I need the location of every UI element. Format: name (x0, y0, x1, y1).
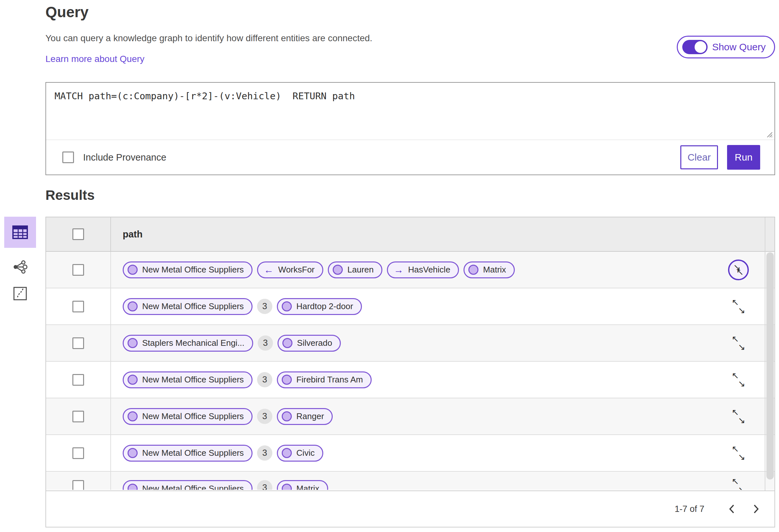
vertical-scrollbar (765, 217, 774, 490)
row-select-checkbox[interactable] (72, 264, 84, 276)
node-chip[interactable]: New Metal Office Suppliers (123, 408, 252, 425)
node-circle-icon (128, 411, 138, 421)
edge-label: HasVehicle (408, 265, 450, 275)
scrollbar-thumb[interactable] (766, 252, 774, 479)
expand-row-icon[interactable]: ↖↘ (731, 299, 746, 314)
node-label: New Metal Office Suppliers (142, 411, 244, 421)
row-select-checkbox[interactable] (72, 447, 84, 459)
row-checkbox-cell (46, 472, 111, 490)
row-checkbox-cell (46, 435, 111, 471)
node-circle-icon (282, 484, 292, 490)
node-chip[interactable]: Lauren (328, 261, 382, 278)
node-label: Firebird Trans Am (296, 375, 363, 385)
path-cell: New Metal Office Suppliers←WorksForLaure… (111, 252, 717, 288)
node-label: Staplers Mechanical Engi... (142, 338, 244, 348)
expand-row-icon[interactable]: ↖↘ (731, 409, 746, 424)
expand-cell: ↖↘ (717, 435, 760, 471)
node-chip[interactable]: Hardtop 2-door (277, 298, 362, 315)
row-select-checkbox[interactable] (72, 337, 84, 349)
table-view-button[interactable] (4, 217, 36, 248)
node-chip[interactable]: Staplers Mechanical Engi... (123, 335, 253, 352)
toggle-knob (695, 41, 706, 53)
node-label: Hardtop 2-door (296, 302, 353, 312)
table-row: New Metal Office Suppliers3Civic ↖↘ (46, 435, 774, 472)
query-page: Query You can query a knowledge graph to… (0, 0, 779, 532)
edge-label: WorksFor (278, 265, 314, 275)
table-row: New Metal Office Suppliers3Firebird Tran… (46, 362, 774, 398)
node-chip[interactable]: New Metal Office Suppliers (123, 372, 252, 388)
select-all-checkbox[interactable] (72, 228, 84, 240)
node-circle-icon (128, 265, 138, 275)
node-chip[interactable]: Silverado (278, 335, 341, 352)
query-panel: MATCH path=(c:Company)-[r*2]-(v:Vehicle)… (46, 82, 775, 175)
node-chip[interactable]: Civic (277, 445, 323, 462)
expand-row-icon[interactable]: ↖↘ (731, 478, 746, 490)
node-circle-icon (282, 448, 292, 458)
graph-view-icon (13, 260, 27, 274)
path-cell: New Metal Office Suppliers3Ranger (111, 398, 717, 435)
node-label: New Metal Office Suppliers (142, 302, 244, 312)
node-chip[interactable]: New Metal Office Suppliers (123, 480, 252, 490)
hop-count-badge: 3 (257, 480, 272, 490)
learn-more-link[interactable]: Learn more about Query (46, 54, 144, 64)
node-circle-icon (333, 265, 343, 275)
include-provenance-checkbox[interactable] (62, 151, 74, 163)
expand-cell: ↖↘ (717, 472, 760, 490)
expand-cell: ↘↖ (717, 252, 760, 288)
node-label: New Metal Office Suppliers (142, 375, 244, 385)
query-editor-wrap: MATCH path=(c:Company)-[r*2]-(v:Vehicle)… (46, 83, 774, 140)
node-chip[interactable]: Firebird Trans Am (277, 372, 372, 388)
hop-count-badge: 3 (257, 299, 272, 314)
node-chip[interactable]: New Metal Office Suppliers (123, 445, 252, 462)
row-select-checkbox[interactable] (72, 480, 84, 490)
node-chip[interactable]: Ranger (277, 408, 333, 425)
map-view-button[interactable] (4, 286, 36, 301)
toggle-switch-icon[interactable] (682, 40, 708, 54)
path-cell: New Metal Office Suppliers3Firebird Tran… (111, 362, 717, 398)
node-circle-icon (128, 302, 138, 312)
table-footer: 1-7 of 7 (46, 490, 774, 527)
node-circle-icon (282, 411, 292, 421)
node-label: Civic (296, 448, 314, 458)
node-chip[interactable]: Matrix (464, 261, 515, 278)
map-view-icon (13, 286, 27, 301)
pagination-prev-button[interactable] (719, 499, 744, 519)
clear-button[interactable]: Clear (680, 145, 718, 169)
main-content: Query You can query a knowledge graph to… (46, 0, 776, 532)
expand-row-icon[interactable]: ↖↘ (731, 336, 746, 351)
node-chip[interactable]: New Metal Office Suppliers (123, 298, 252, 315)
run-button[interactable]: Run (727, 145, 760, 170)
node-chip[interactable]: New Metal Office Suppliers (123, 261, 252, 278)
expand-row-icon[interactable]: ↖↘ (731, 373, 746, 387)
query-input[interactable]: MATCH path=(c:Company)-[r*2]-(v:Vehicle)… (46, 83, 774, 139)
node-circle-icon (128, 375, 138, 385)
graph-view-button[interactable] (4, 260, 36, 274)
row-select-checkbox[interactable] (72, 374, 84, 386)
table-row: New Metal Office Suppliers3Ranger ↖↘ (46, 398, 774, 435)
row-checkbox-cell (46, 398, 111, 435)
row-select-checkbox[interactable] (72, 411, 84, 422)
row-select-checkbox[interactable] (72, 301, 84, 312)
expand-row-icon[interactable]: ↖↘ (731, 446, 746, 461)
chevron-left-icon (728, 504, 735, 514)
node-circle-icon (282, 375, 292, 385)
edge-chip[interactable]: ←WorksFor (257, 261, 323, 278)
show-query-toggle[interactable]: Show Query (677, 36, 775, 58)
diag-arrow-icon: ↘ (738, 342, 745, 352)
row-checkbox-cell (46, 288, 111, 324)
node-circle-icon (128, 338, 138, 348)
collapse-row-icon[interactable]: ↘↖ (728, 260, 749, 280)
diag-arrow-icon: ↘ (738, 485, 745, 490)
diag-arrow-icon: ↖ (736, 267, 743, 277)
row-checkbox-cell (46, 325, 111, 361)
show-query-label: Show Query (712, 42, 766, 53)
edge-chip[interactable]: →HasVehicle (387, 261, 459, 278)
table-header-row: path (46, 217, 774, 252)
node-label: New Metal Office Suppliers (142, 484, 244, 490)
node-chip[interactable]: Matrix (277, 480, 328, 490)
pagination-next-button[interactable] (744, 499, 769, 519)
node-label: Matrix (483, 265, 506, 275)
arrow-left-icon: ← (264, 265, 274, 275)
expand-cell: ↖↘ (717, 398, 760, 435)
path-cell: Staplers Mechanical Engi...3Silverado (111, 325, 717, 361)
